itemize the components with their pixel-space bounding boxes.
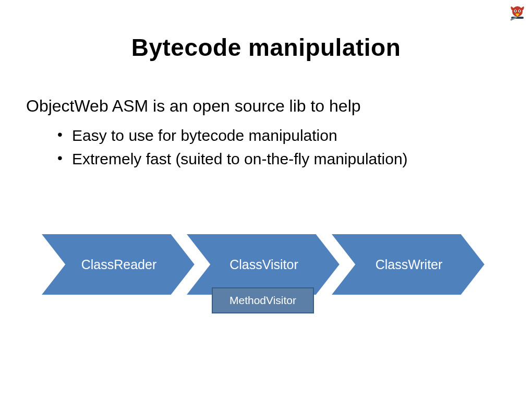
chevron-label: ClassWriter bbox=[357, 234, 461, 295]
chevron-classvisitor: ClassVisitor bbox=[186, 234, 340, 295]
chevron-classreader: ClassReader bbox=[41, 234, 195, 295]
svg-point-3 bbox=[515, 10, 516, 11]
mascot-icon bbox=[508, 4, 527, 23]
lead-text: ObjectWeb ASM is an open source lib to h… bbox=[26, 95, 506, 117]
sub-box-methodvisitor: MethodVisitor bbox=[212, 287, 314, 313]
chevron-classwriter: ClassWriter bbox=[331, 234, 485, 295]
slide-body: ObjectWeb ASM is an open source lib to h… bbox=[0, 95, 532, 171]
chevron-label: ClassVisitor bbox=[212, 234, 316, 295]
sub-box-label: MethodVisitor bbox=[229, 294, 296, 307]
process-diagram: ClassReader ClassVisitor ClassWriter Met… bbox=[41, 234, 489, 328]
bullet-item: Easy to use for bytecode manipulation bbox=[57, 124, 506, 147]
slide-title: Bytecode manipulation bbox=[0, 33, 532, 62]
chevron-label: ClassReader bbox=[67, 234, 171, 295]
bullet-item: Extremely fast (suited to on-the-fly man… bbox=[57, 147, 506, 171]
svg-point-4 bbox=[519, 10, 520, 11]
bullet-list: Easy to use for bytecode manipulation Ex… bbox=[26, 124, 506, 171]
